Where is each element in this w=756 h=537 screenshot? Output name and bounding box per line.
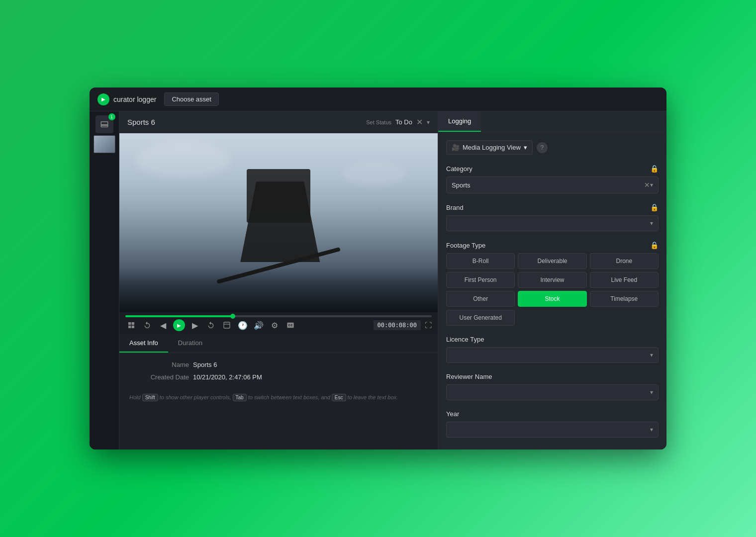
hint-bar: Hold Shift to show other player controls… <box>119 389 438 406</box>
asset-title: Sports 6 <box>127 118 155 126</box>
choose-asset-button[interactable]: Choose asset <box>164 92 219 106</box>
esc-key: Esc <box>332 394 346 401</box>
name-value: Sports 6 <box>193 361 428 368</box>
footage-btn-other[interactable]: Other <box>446 291 515 307</box>
year-dropdown-icon[interactable]: ▾ <box>650 426 653 433</box>
footage-btn-user-generated[interactable]: User Generated <box>446 310 515 326</box>
category-clear-icon[interactable]: ✕ <box>644 181 650 189</box>
help-button[interactable]: ? <box>537 142 548 153</box>
thumbnail-item[interactable] <box>94 135 115 153</box>
created-date-label: Created Date <box>129 373 189 381</box>
settings-button[interactable]: ⚙ <box>269 319 281 331</box>
loop-button[interactable] <box>205 319 217 331</box>
year-label: Year <box>446 410 459 418</box>
rewind-button[interactable] <box>141 319 153 331</box>
category-dropdown-icon[interactable]: ▾ <box>650 181 653 188</box>
licence-type-dropdown-icon[interactable]: ▾ <box>650 352 653 358</box>
licence-type-section: Licence Type ▾ <box>446 336 659 363</box>
category-lock-icon: 🔒 <box>650 165 659 173</box>
notification-badge[interactable]: 1 <box>95 115 113 133</box>
footage-btn-first-person[interactable]: First Person <box>446 272 515 288</box>
app-window: ▶ curator logger Choose asset 1 Sports 6 <box>90 88 666 449</box>
fullscreen-button[interactable]: ⛶ <box>425 321 432 329</box>
info-panel: Asset Info Duration Name Sports 6 Create… <box>119 334 438 449</box>
clock-button[interactable]: 🕐 <box>237 319 249 331</box>
reviewer-name-section: Reviewer Name ▾ <box>446 373 659 400</box>
brand-dropdown-icon[interactable]: ▾ <box>650 220 653 227</box>
footage-btn-deliverable[interactable]: Deliverable <box>518 253 586 269</box>
center-panel: Sports 6 Set Status To Do ✕ ▾ <box>119 111 438 449</box>
footage-btn-timelapse[interactable]: Timelapse <box>590 291 659 307</box>
asset-info-content: Name Sports 6 Created Date 10/21/2020, 2… <box>119 353 438 389</box>
play-button[interactable]: ▶ <box>173 319 185 331</box>
category-section: Category 🔒 Sports ✕ ▾ <box>446 165 659 193</box>
right-content: 🎥 Media Logging View ▾ ? Category 🔒 Spor… <box>438 132 666 449</box>
footage-type-section: Footage Type 🔒 B-Roll Deliverable Drone … <box>446 241 659 326</box>
footage-type-lock-icon: 🔒 <box>650 241 659 249</box>
logo-area: ▶ curator logger <box>97 93 156 105</box>
progress-bar[interactable] <box>125 315 432 317</box>
caption-button[interactable] <box>284 319 296 331</box>
created-date-value: 10/21/2020, 2:47:06 PM <box>193 373 428 381</box>
asset-header: Sports 6 Set Status To Do ✕ ▾ <box>119 111 438 133</box>
info-tabs: Asset Info Duration <box>119 334 438 353</box>
licence-type-label: Licence Type <box>446 336 484 343</box>
hint-text-before-shift: Hold <box>129 394 142 400</box>
clip-button[interactable] <box>221 319 233 331</box>
footage-btn-interview[interactable]: Interview <box>518 272 586 288</box>
name-label: Name <box>129 361 189 368</box>
hint-text-after-tab: to switch between text boxes, and <box>247 394 332 400</box>
footage-btn-live-feed[interactable]: Live Feed <box>590 272 659 288</box>
brand-label: Brand <box>446 204 464 211</box>
footage-type-grid: B-Roll Deliverable Drone First Person In… <box>446 253 659 326</box>
hint-text-after-shift: to show other player controls, <box>158 394 233 400</box>
top-bar: ▶ curator logger Choose asset <box>90 88 666 111</box>
view-selector[interactable]: 🎥 Media Logging View ▾ <box>446 140 533 155</box>
status-area: Set Status To Do ✕ ▾ <box>366 117 430 127</box>
status-clear-button[interactable]: ✕ <box>416 117 423 127</box>
reviewer-name-input[interactable]: ▾ <box>446 384 659 400</box>
footage-btn-b-roll[interactable]: B-Roll <box>446 253 515 269</box>
tab-key: Tab <box>233 394 247 401</box>
category-value: Sports <box>452 181 471 189</box>
badge-count: 1 <box>108 113 115 120</box>
view-selector-row: 🎥 Media Logging View ▾ ? <box>446 140 659 155</box>
licence-type-input[interactable]: ▾ <box>446 347 659 363</box>
reviewer-name-dropdown-icon[interactable]: ▾ <box>650 389 653 396</box>
inbox-icon <box>100 120 109 129</box>
footage-type-label: Footage Type <box>446 242 485 249</box>
view-selector-icon: 🎥 <box>452 144 460 151</box>
progress-knob[interactable] <box>230 314 235 319</box>
tab-duration[interactable]: Duration <box>168 334 212 353</box>
right-panel: Logging 🎥 Media Logging View ▾ ? Categor… <box>438 111 666 449</box>
shift-key: Shift <box>142 394 158 401</box>
grid-view-button[interactable] <box>125 319 137 331</box>
tab-asset-info[interactable]: Asset Info <box>119 334 168 353</box>
brand-lock-icon: 🔒 <box>650 203 659 211</box>
tab-logging[interactable]: Logging <box>438 111 481 132</box>
progress-fill <box>125 315 233 317</box>
category-input[interactable]: Sports ✕ ▾ <box>446 177 659 193</box>
year-input[interactable]: ▾ <box>446 422 659 438</box>
skip-back-button[interactable]: ◀ <box>157 319 169 331</box>
video-player <box>119 133 438 312</box>
category-label: Category <box>446 165 472 173</box>
player-controls: ◀ ▶ ▶ 🕐 🔊 ⚙ <box>119 312 438 334</box>
time-display: 00:00:08:00 <box>374 320 421 330</box>
footage-btn-drone[interactable]: Drone <box>590 253 659 269</box>
volume-button[interactable]: 🔊 <box>253 319 265 331</box>
status-value: To Do <box>395 118 412 126</box>
logo-text: curator logger <box>113 95 156 103</box>
skip-forward-button[interactable]: ▶ <box>189 319 201 331</box>
left-sidebar: 1 <box>90 111 119 449</box>
svg-rect-0 <box>224 322 230 328</box>
logo-icon: ▶ <box>97 93 109 105</box>
footage-btn-stock[interactable]: Stock <box>518 291 586 307</box>
brand-section: Brand 🔒 ▾ <box>446 203 659 231</box>
year-section: Year ▾ <box>446 410 659 438</box>
brand-input[interactable]: ▾ <box>446 215 659 231</box>
right-tabs: Logging <box>438 111 666 132</box>
set-status-label: Set Status <box>366 119 391 125</box>
view-selector-label: Media Logging View <box>463 144 521 151</box>
status-dropdown-button[interactable]: ▾ <box>427 119 430 126</box>
